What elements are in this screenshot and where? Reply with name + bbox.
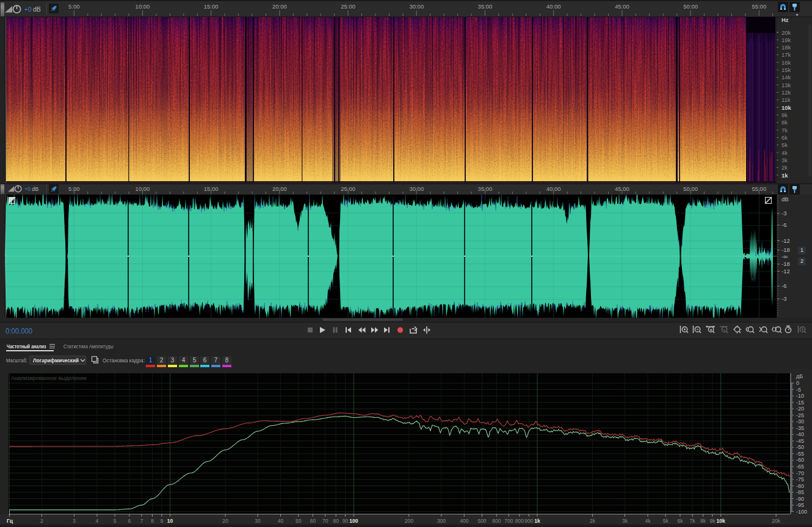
svg-text:-100: -100 (796, 509, 807, 515)
svg-text:20: 20 (222, 518, 228, 524)
svg-text:Hz: Hz (781, 17, 789, 23)
svg-text:400: 400 (460, 518, 468, 524)
svg-text:3k: 3k (781, 157, 788, 163)
svg-text:40:00: 40:00 (546, 185, 561, 192)
svg-text:25:00: 25:00 (341, 3, 355, 10)
svg-text:20:00: 20:00 (272, 185, 287, 192)
svg-text:55:00: 55:00 (752, 3, 766, 10)
svg-text:4k: 4k (645, 518, 651, 524)
svg-text:-40: -40 (796, 431, 804, 437)
svg-text:-12: -12 (781, 237, 790, 244)
svg-text:-55: -55 (796, 451, 804, 457)
svg-text:40: 40 (278, 518, 284, 524)
svg-text:10:00: 10:00 (136, 3, 150, 10)
svg-text:5: 5 (114, 518, 117, 524)
svg-text:10k: 10k (781, 104, 792, 111)
svg-text:-6: -6 (781, 221, 786, 228)
svg-text:-65: -65 (796, 464, 804, 470)
svg-text:100: 100 (349, 518, 358, 524)
svg-text:7k: 7k (781, 127, 788, 134)
svg-text:-30: -30 (796, 418, 804, 425)
svg-text:-6: -6 (781, 282, 786, 289)
svg-text:5k: 5k (781, 142, 788, 148)
svg-text:1k: 1k (781, 172, 788, 179)
svg-text:900: 900 (524, 518, 533, 524)
svg-text:Гц: Гц (7, 518, 13, 524)
svg-text:9k: 9k (781, 112, 788, 118)
svg-text:8k: 8k (781, 119, 788, 126)
svg-text:10: 10 (167, 518, 173, 524)
svg-text:1k: 1k (534, 518, 540, 524)
svg-text:70: 70 (322, 518, 328, 524)
svg-text:2k: 2k (781, 164, 788, 171)
svg-text:90: 90 (343, 518, 349, 524)
svg-text:9: 9 (160, 518, 163, 524)
svg-text:dB: dB (781, 196, 789, 203)
svg-text:9k: 9k (709, 518, 716, 524)
svg-text:25:00: 25:00 (341, 185, 355, 192)
svg-text:-90: -90 (796, 496, 804, 502)
svg-text:-60: -60 (796, 457, 804, 463)
svg-text:-75: -75 (796, 476, 804, 482)
svg-text:15:00: 15:00 (204, 185, 219, 192)
svg-text:-12: -12 (781, 268, 790, 274)
svg-text:-35: -35 (796, 425, 804, 431)
svg-text:0: 0 (796, 380, 799, 386)
svg-text:60: 60 (310, 518, 316, 524)
svg-text:17k: 17k (781, 51, 791, 58)
svg-text:-95: -95 (796, 502, 804, 508)
svg-text:-85: -85 (796, 489, 804, 495)
svg-text:2: 2 (40, 518, 43, 524)
svg-text:5:00: 5:00 (68, 185, 80, 192)
svg-text:5k: 5k (663, 518, 669, 524)
svg-text:50:00: 50:00 (683, 185, 698, 192)
svg-text:7: 7 (140, 518, 143, 524)
svg-text:-70: -70 (796, 470, 804, 476)
svg-text:45:00: 45:00 (615, 3, 629, 10)
svg-text:50:00: 50:00 (683, 3, 698, 10)
svg-text:8: 8 (151, 518, 154, 524)
svg-text:6k: 6k (678, 518, 684, 524)
svg-text:-50: -50 (796, 444, 804, 450)
svg-text:-5: -5 (796, 387, 801, 393)
svg-text:35:00: 35:00 (478, 185, 493, 192)
svg-text:300: 300 (437, 518, 446, 524)
svg-text:500: 500 (477, 518, 486, 524)
svg-text:-25: -25 (796, 412, 804, 418)
svg-text:200: 200 (405, 518, 413, 524)
svg-text:5:00: 5:00 (68, 3, 80, 10)
svg-text:-18: -18 (781, 246, 790, 253)
svg-text:20:00: 20:00 (272, 3, 287, 10)
svg-text:700: 700 (504, 518, 513, 524)
svg-text:6k: 6k (781, 134, 788, 141)
svg-text:2k: 2k (590, 518, 596, 524)
svg-text:11k: 11k (781, 96, 791, 103)
svg-text:+0: +0 (24, 186, 31, 192)
svg-text:-18: -18 (781, 260, 790, 267)
svg-text:14k: 14k (781, 74, 791, 81)
svg-text:4k: 4k (781, 149, 788, 156)
svg-text:-15: -15 (796, 400, 804, 406)
svg-text:800: 800 (515, 518, 524, 524)
svg-text:40:00: 40:00 (546, 3, 561, 10)
svg-text:dB: dB (33, 5, 41, 13)
svg-text:18k: 18k (781, 44, 791, 51)
svg-text:35:00: 35:00 (478, 3, 493, 10)
svg-text:-∞: -∞ (781, 253, 788, 260)
svg-text:15:00: 15:00 (204, 3, 219, 10)
svg-text:20k: 20k (772, 518, 780, 524)
svg-text:-45: -45 (796, 438, 804, 444)
svg-text:600: 600 (492, 518, 501, 524)
svg-text:3: 3 (73, 518, 76, 524)
svg-text:4: 4 (96, 518, 99, 524)
svg-text:45:00: 45:00 (615, 185, 629, 192)
svg-text:8k: 8k (700, 518, 706, 524)
svg-text:55:00: 55:00 (752, 185, 766, 192)
svg-text:-10: -10 (796, 393, 804, 399)
svg-text:Анализированное выделение: Анализированное выделение (11, 375, 87, 381)
svg-text:-3: -3 (781, 295, 786, 302)
svg-text:dB: dB (32, 186, 38, 192)
svg-text:7k: 7k (690, 518, 696, 524)
svg-text:80: 80 (333, 518, 339, 524)
svg-text:30:00: 30:00 (409, 3, 424, 10)
